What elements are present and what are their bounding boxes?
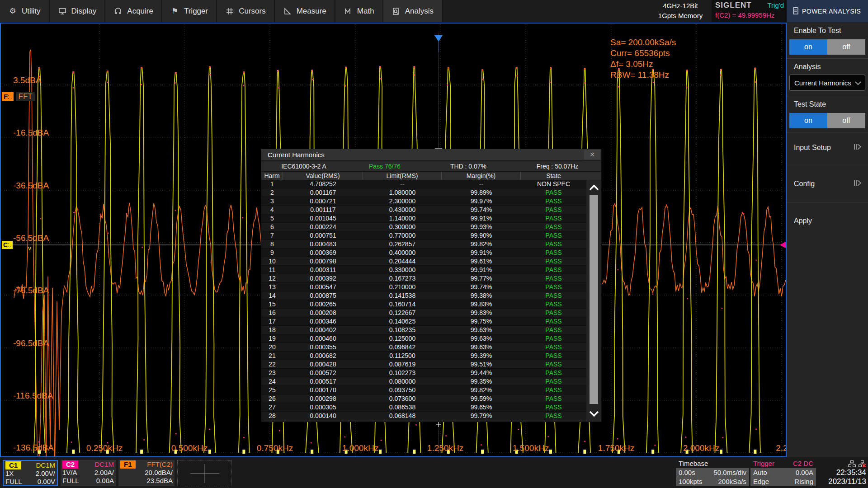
col-limit: Limit(RMS) [363, 172, 442, 180]
scroll-down-icon[interactable] [587, 407, 600, 421]
table-cell: 99.97% [442, 197, 521, 205]
clock-time: 22:35:34 [817, 468, 866, 477]
close-icon[interactable]: ✕ [584, 150, 600, 160]
table-row: 230.0005720.10227399.44%PASS [261, 369, 586, 377]
flag-icon: ⚑ [170, 7, 179, 16]
menu-math[interactable]: Math [335, 0, 383, 22]
table-cell: 0.160714 [363, 300, 442, 308]
db-axis-label: -36.5dBA [13, 181, 49, 191]
c1-level-marker[interactable]: C1 [2, 241, 13, 249]
table-cell: 0.000224 [283, 223, 363, 231]
table-row: 190.0004600.12500099.63%PASS [261, 334, 586, 343]
c2-scale: 2.00A/ [94, 469, 114, 477]
menu-trigger[interactable]: ⚑ Trigger [162, 0, 217, 22]
table-cell: 23 [261, 369, 283, 377]
trace-f1-box[interactable]: F1 FFT(C2) 20.0dBA/ 23.5dBA [118, 460, 175, 486]
menu-analysis[interactable]: Analysis [383, 0, 443, 22]
table-cell: 99.61% [442, 257, 521, 265]
table-cell: 27 [261, 403, 283, 411]
table-cell: 0.073600 [363, 394, 442, 403]
table-cell: 99.51% [442, 360, 521, 368]
f1-badge: F1 [120, 460, 136, 469]
table-cell: 0.000311 [283, 266, 363, 274]
table-cell: 25 [261, 386, 283, 394]
test-state-toggle[interactable]: on off [789, 113, 865, 128]
table-cell: 8 [261, 240, 283, 248]
menu-acquire[interactable]: Acquire [105, 0, 162, 22]
table-cell: PASS [521, 343, 586, 351]
table-cell: 99.44% [442, 369, 521, 377]
empty-trace-slot[interactable] [177, 460, 231, 486]
table-cell: PASS [521, 283, 586, 291]
channel-c1-box[interactable]: C1 DC1M 1X2.00V/ FULL0.00V [3, 460, 58, 486]
menu-display[interactable]: Display [50, 0, 106, 22]
scroll-thumb[interactable] [590, 195, 598, 404]
config-button[interactable]: Config [787, 175, 868, 193]
trigger-box[interactable]: Trigger C2 DC Auto0.00A EdgeRising [750, 459, 816, 486]
menu-label: Math [357, 7, 374, 16]
apply-label: Apply [794, 217, 812, 225]
freq-axis-label: 1.250kHz [427, 443, 463, 453]
lan-icon [848, 460, 856, 467]
apply-button[interactable]: Apply [787, 212, 868, 230]
table-cell: 0.122667 [363, 309, 442, 317]
freq-axis-label: 1.500kHz [513, 443, 549, 453]
frequency-readout: f(C2) = 49.99959Hz [715, 11, 774, 19]
scroll-up-icon[interactable] [587, 181, 600, 194]
input-setup-button[interactable]: Input Setup [787, 139, 868, 157]
freq-axis-label: 2.250 [776, 443, 787, 453]
table-cell: PASS [521, 206, 586, 214]
channel-c2-box[interactable]: C2 DC1M 1V/A2.00A/ FULL0.00A [61, 460, 116, 486]
analysis-value: Current Harmonics [794, 79, 851, 87]
dialog-titlebar[interactable]: Current Harmonics ✕ [261, 149, 601, 160]
enable-to-test-label: Enable To Test [794, 27, 841, 35]
sample-rate-readout: Sa= 200.00kSa/s [610, 37, 676, 48]
table-cell: 0.330000 [363, 266, 442, 274]
enable-toggle[interactable]: on off [789, 39, 865, 55]
menu-cursors[interactable]: Cursors [217, 0, 275, 22]
table-cell: 0.000483 [283, 240, 363, 248]
table-cell: 0.000346 [283, 317, 363, 325]
test-state-on[interactable]: on [789, 113, 827, 128]
f1-trace-marker[interactable]: F1 FFT [2, 92, 35, 101]
clock-date: 2023/11/13 [817, 477, 866, 486]
table-row: 120.0003920.16727399.77%PASS [261, 274, 586, 283]
timebase-box[interactable]: Timebase 0.00s50.0ms/div 100kpts200kSa/s [676, 459, 749, 486]
current-harmonics-dialog: Current Harmonics ✕ IEC61000-3-2 A Pass … [261, 149, 601, 422]
table-cell: PASS [521, 377, 586, 385]
table-row: 70.0007510.77000099.90%PASS [261, 231, 586, 240]
menu-utility[interactable]: ⚙ Utility [0, 0, 50, 22]
table-cell: 99.79% [442, 412, 521, 420]
analysis-dropdown[interactable]: Current Harmonics [789, 75, 865, 91]
table-row: 40.0011170.43000099.74%PASS [261, 206, 586, 214]
table-cell: 26 [261, 394, 283, 403]
table-cell: 0.000265 [283, 300, 363, 308]
table-cell: 6 [261, 223, 283, 231]
measure-icon [283, 7, 292, 16]
table-cell: 0.000547 [283, 283, 363, 291]
table-cell: 0.000682 [283, 352, 363, 360]
table-cell: 12 [261, 274, 283, 282]
timebase-scale: 50.0ms/div [713, 468, 746, 477]
freq-axis-label: 1.000kHz [342, 443, 378, 453]
table-row: 14.708252----NON SPEC [261, 180, 586, 188]
table-cell: 0.262857 [363, 240, 442, 248]
timebase-label: Timebase [679, 459, 708, 468]
c1-level-caret: v [28, 244, 31, 252]
table-cell: 99.63% [442, 343, 521, 351]
enable-off[interactable]: off [827, 39, 865, 55]
c1-probe: 1X [5, 469, 14, 478]
enable-on[interactable]: on [789, 39, 827, 55]
submenu-arrow-icon [854, 179, 862, 188]
chevron-down-icon [855, 79, 861, 87]
table-cell: 99.65% [442, 403, 521, 411]
scrollbar[interactable] [586, 180, 601, 422]
c1-badge: C1 [5, 461, 21, 469]
table-cell: 21 [261, 352, 283, 360]
c1-bandwidth: FULL [5, 478, 22, 486]
test-state-off[interactable]: off [827, 113, 865, 128]
db-axis-label: -56.5dBA [13, 233, 49, 243]
table-cell: 0.400000 [363, 249, 442, 257]
table-cell: 0.001167 [283, 188, 363, 197]
menu-measure[interactable]: Measure [275, 0, 335, 22]
